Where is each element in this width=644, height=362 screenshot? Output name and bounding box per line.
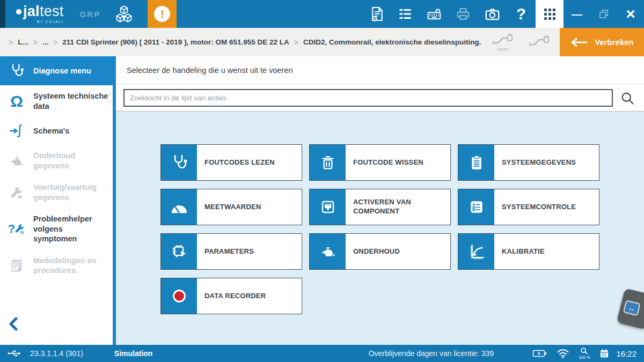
action-tile-label: MEETWAARDEN — [197, 189, 302, 225]
license-days-label: Overblijvende dagen van licentie: 339 — [369, 349, 494, 358]
sidebar-item-label: Onderhoud gegevens — [33, 151, 108, 171]
disconnect-label: Verbreken — [595, 38, 634, 47]
action-tile-label: SYSTEEMGEGEVENS — [494, 145, 599, 180]
breadcrumb: > L... > ... > 211 CDI Sprinter (906) [ … — [9, 38, 481, 47]
cubes-icon[interactable] — [114, 4, 134, 24]
action-tile-meetwaarden[interactable]: MEETWAARDEN — [160, 189, 302, 225]
breadcrumb-item[interactable]: CDID2, Commonrail, elektronische dieseli… — [303, 38, 481, 46]
action-tile-onderhoud[interactable]: ONDERHOUD — [309, 233, 451, 270]
breadcrumb-chevron-icon: > — [33, 38, 38, 47]
action-tile-label: DATA RECORDER — [197, 278, 302, 314]
sidebar-item-voertuig-vaartuig-gegevens: Voertuig/vaartuig gegevens — [0, 176, 113, 208]
version-label: 23.3.1.1.4 (301) — [30, 349, 83, 358]
tv-arrows-glyph: ↔ — [627, 303, 636, 313]
oil-can-icon — [7, 153, 26, 168]
sidebar-item-label: Mededelingen en procedures. — [33, 256, 108, 276]
clock-label: 16:22 — [616, 349, 636, 358]
action-tile-parameters[interactable]: PARAMETERS — [160, 233, 302, 270]
alert-button[interactable]: ! — [148, 0, 177, 28]
wifi-icon — [557, 349, 569, 359]
breadcrumb-item[interactable]: L... — [18, 38, 28, 46]
camera-icon[interactable] — [478, 0, 507, 28]
logo-dot — [16, 9, 21, 14]
logo-brand-bold: jal — [23, 4, 40, 19]
app-header: jal test BY COJALI GRP ! — [0, 0, 644, 28]
breadcrumb-item[interactable]: 211 CDI Sprinter (906) [ 2011 - 2019 ], … — [62, 38, 289, 46]
action-tile-label: KALIBRATIE — [494, 234, 599, 269]
actions-grid: FOUTCODES LEZEN FOUTCODE WISSEN — [160, 144, 644, 314]
sidebar-item-systeem-technische-data[interactable]: Ω Systeem technische data — [0, 85, 113, 117]
main-content: Selecteer de handeling die u wenst uit t… — [116, 56, 644, 345]
sidebar-item-label: Systeem technische data — [33, 91, 108, 111]
wrench-icon — [7, 185, 26, 200]
close-button[interactable]: × — [617, 0, 644, 28]
record-dot — [173, 290, 186, 302]
zoom-indicator[interactable]: 100 % — [579, 347, 590, 360]
stethoscope-icon — [161, 145, 197, 180]
breadcrumb-chevron-icon: > — [53, 38, 57, 47]
page-title: Selecteer de handeling die u wenst uit t… — [116, 56, 644, 85]
sidebar-item-probleemhelper[interactable]: ? Probleemhelper volgens symptomen — [0, 208, 113, 250]
stethoscope-icon — [7, 63, 26, 79]
search-icon[interactable] — [620, 91, 635, 106]
zoom-level-label: 100 % — [579, 356, 590, 360]
help-glyph-text: ? — [516, 5, 526, 23]
device-connector-icon — [528, 34, 551, 50]
disconnect-button[interactable]: Verbreken — [560, 28, 644, 56]
action-tile-label: ACTIVEREN VAN COMPONENT — [346, 189, 450, 225]
status-icons: 100 % — [532, 347, 610, 360]
help-icon[interactable]: ? — [507, 0, 536, 28]
connector-icon — [310, 189, 346, 225]
action-tile-label: FOUTCODES LEZEN — [197, 145, 302, 180]
calendar-icon[interactable] — [599, 348, 610, 359]
action-tile-systeemgegevens[interactable]: SYSTEEMGEGEVENS — [458, 144, 599, 181]
sidebar-item-label: Probleemhelper volgens symptomen — [33, 214, 108, 244]
report-icon[interactable] — [362, 0, 391, 28]
documents-icon — [7, 258, 26, 273]
action-tile-foutcodes-lezen[interactable]: FOUTCODES LEZEN — [160, 144, 302, 181]
calibration-icon — [458, 234, 494, 269]
collapse-sidebar-button[interactable] — [8, 317, 19, 331]
record-icon — [161, 278, 197, 314]
list-icon[interactable] — [391, 0, 420, 28]
breadcrumb-chevron-icon: > — [294, 38, 298, 47]
logo-subtitle: BY COJALI — [37, 20, 64, 24]
minimize-button[interactable]: — — [564, 0, 590, 28]
test-caption: TEST — [497, 48, 509, 52]
breadcrumb-chevron-icon: > — [9, 38, 13, 47]
actions-area: FOUTCODES LEZEN FOUTCODE WISSEN — [116, 112, 644, 345]
header-edge-strip — [0, 0, 5, 28]
header-toolbar: ? — × — [362, 0, 644, 28]
keyboard-icon[interactable] — [420, 0, 449, 28]
alert-icon: ! — [154, 6, 170, 22]
usb-icon — [8, 349, 21, 358]
remote-arrows-icon: ↔ — [623, 300, 641, 316]
apps-grid-dots — [544, 9, 555, 20]
logo-brand-light: test — [40, 4, 64, 19]
grp-label: GRP — [80, 10, 101, 19]
omega-icon: Ω — [7, 94, 26, 108]
oil-can-icon — [310, 234, 346, 269]
action-tile-systeemcontrole[interactable]: SYSTEEMCONTROLE — [458, 189, 599, 225]
breadcrumb-item[interactable]: ... — [42, 38, 48, 46]
action-tile-label: ONDERHOUD — [346, 234, 450, 269]
action-tile-label: FOUTCODE WISSEN — [346, 145, 450, 180]
action-tile-activeren-van-component[interactable]: ACTIVEREN VAN COMPONENT — [309, 189, 451, 225]
sidebar-item-schemas[interactable]: Schema's — [0, 117, 113, 145]
omega-glyph-text: Ω — [10, 94, 23, 108]
mode-label: Simulation — [114, 349, 153, 358]
battery-charging-icon — [532, 349, 547, 358]
restore-button[interactable] — [590, 0, 617, 28]
sidebar: Diagnose menu Ω Systeem technische data … — [0, 56, 116, 345]
search-input[interactable] — [123, 89, 613, 107]
sidebar-item-diagnose-menu[interactable]: Diagnose menu — [0, 56, 113, 85]
action-tile-data-recorder[interactable]: DATA RECORDER — [160, 278, 302, 314]
sidebar-item-label: Diagnose menu — [33, 66, 91, 76]
action-tile-kalibratie[interactable]: KALIBRATIE — [458, 233, 599, 270]
back-arrow-icon — [570, 37, 588, 48]
checklist-icon — [458, 189, 494, 225]
action-tile-foutcode-wissen[interactable]: FOUTCODE WISSEN — [309, 144, 451, 181]
sidebar-item-onderhoud-gegevens: Onderhoud gegevens — [0, 145, 113, 176]
apps-grid-icon[interactable] — [536, 0, 564, 28]
magnifier-icon — [580, 347, 588, 355]
